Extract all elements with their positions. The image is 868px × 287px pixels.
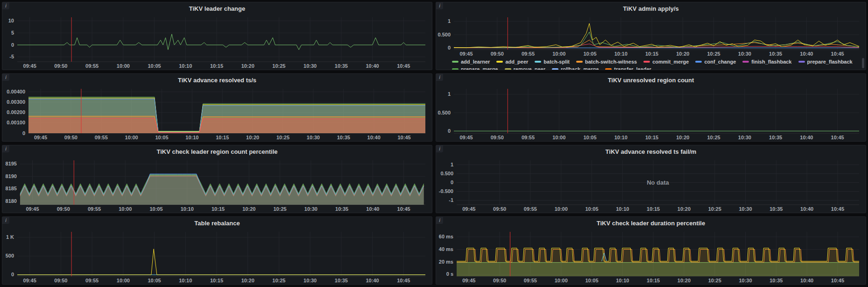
y-axis-tick-label: 0.00400 — [7, 89, 25, 94]
panel-title[interactable]: TiKV unresolved region count — [436, 74, 866, 85]
x-axis-tick-label: 09:50 — [491, 51, 504, 57]
legend-item-label: conf_change — [704, 58, 736, 65]
panel-title[interactable]: TiKV check leader duration percentile — [436, 217, 866, 228]
info-glyph: i — [5, 3, 6, 8]
x-axis-tick-label: 10:10 — [185, 135, 198, 140]
chart-tikv-leader-change[interactable]: 09:4509:5009:5510:0010:0510:1010:1510:20… — [2, 14, 432, 70]
panel-info-icon[interactable]: i — [436, 145, 443, 152]
x-axis-tick-label: 10:25 — [272, 63, 285, 69]
panel-tikv-admin-apply: i TiKV admin apply/s 09:4509:5009:5510:0… — [436, 2, 866, 70]
y-axis-tick-label: 60 ms — [439, 234, 453, 239]
x-axis-tick-label: 10:30 — [738, 51, 751, 57]
x-axis-tick-label: 10:45 — [397, 206, 410, 212]
legend-item-batch-switch-witness[interactable]: batch-switch-witness — [576, 58, 637, 65]
x-axis-tick-label: 10:45 — [397, 63, 410, 69]
y-axis-tick-label: 0.00200 — [7, 109, 25, 115]
legend-color-mark — [452, 68, 459, 70]
x-axis-tick-label: 09:45 — [462, 206, 475, 212]
legend-item-add_peer[interactable]: add_peer — [496, 58, 528, 65]
legend-item-label: add_peer — [505, 58, 528, 65]
panel-title[interactable]: TiKV admin apply/s — [436, 2, 866, 14]
x-axis-tick-label: 10:20 — [246, 135, 259, 140]
x-axis-tick-label: 10:20 — [241, 63, 254, 69]
panel-info-icon[interactable]: i — [2, 217, 9, 224]
info-glyph: i — [5, 75, 6, 80]
x-axis-tick-label: 10:00 — [552, 135, 565, 140]
x-axis-tick-label: 10:15 — [210, 278, 223, 283]
x-axis-tick-label: 10:35 — [769, 135, 782, 140]
legend-item-commit_merge[interactable]: commit_merge — [643, 58, 689, 65]
y-axis-tick-label: 1 — [448, 91, 451, 97]
info-glyph: i — [439, 146, 440, 151]
panel-info-icon[interactable]: i — [2, 74, 9, 81]
chart-tikv-unresolved-region-count[interactable]: 09:4509:5009:5510:0010:0510:1010:1510:20… — [436, 85, 866, 141]
panel-info-icon[interactable]: i — [436, 2, 443, 9]
y-axis-tick-label: 40 ms — [439, 246, 453, 252]
x-axis-tick-label: 10:30 — [739, 206, 752, 212]
y-axis-tick-label: -5 — [9, 54, 14, 59]
legend-item-add_learner[interactable]: add_learner — [452, 58, 490, 65]
legend-item-label: prepare_merge — [461, 66, 498, 70]
chart-canvas: 09:4509:5009:5510:0010:0510:1010:1510:20… — [436, 14, 866, 57]
chart-tikv-admin-apply[interactable]: 09:4509:5009:5510:0010:0510:1010:1510:20… — [436, 14, 866, 70]
series-line-add_peer — [454, 23, 859, 48]
info-glyph: i — [5, 218, 6, 223]
x-axis-tick-label: 10:05 — [583, 135, 596, 140]
y-axis-tick-label: -1 — [449, 197, 453, 203]
x-axis-tick-label: 10:45 — [831, 206, 844, 212]
panel-info-icon[interactable]: i — [2, 145, 9, 152]
y-axis-tick-label: 20 ms — [439, 259, 453, 265]
legend-item-prepare_merge[interactable]: prepare_merge — [452, 66, 498, 70]
legend-scrollbar[interactable] — [862, 58, 864, 68]
x-axis-tick-label: 10:00 — [555, 206, 568, 212]
x-axis-tick-label: 10:25 — [274, 206, 287, 212]
y-axis-tick-label: -0.500 — [439, 188, 453, 194]
x-axis-tick-label: 10:35 — [335, 278, 348, 283]
chart-tikv-advance-resolved-ts[interactable]: 09:4509:5009:5510:0010:0510:1010:1510:20… — [2, 85, 432, 141]
x-axis-tick-label: 10:35 — [769, 51, 782, 57]
legend-item-label: transfer_leader — [614, 66, 651, 70]
x-axis-tick-label: 10:35 — [335, 206, 348, 212]
x-axis-tick-label: 10:05 — [149, 206, 162, 212]
x-axis-tick-label: 10:25 — [276, 135, 289, 140]
x-axis-tick-label: 09:50 — [493, 278, 506, 283]
legend-item-prepare_flashback[interactable]: prepare_flashback — [798, 58, 853, 65]
panel-tikv-check-leader-region-count-percentile: i TiKV check leader region count percent… — [2, 145, 432, 213]
legend-item-conf_change[interactable]: conf_change — [695, 58, 736, 65]
x-axis-tick-label: 09:50 — [54, 278, 67, 283]
legend-item-remove_peer[interactable]: remove_peer — [505, 66, 546, 70]
panel-title[interactable]: TiKV advance resolved ts/s — [2, 74, 432, 85]
x-axis-tick-label: 10:15 — [210, 63, 223, 69]
chart-canvas: 09:4509:5009:5510:0010:0510:1010:1510:20… — [436, 157, 866, 213]
panel-info-icon[interactable]: i — [436, 74, 443, 81]
y-axis-tick-label: 0.500 — [440, 171, 453, 176]
legend-color-mark — [798, 61, 805, 63]
chart-tikv-check-leader-region-count-percentile[interactable]: 09:4509:5009:5510:0010:0510:1010:1510:20… — [2, 157, 432, 213]
dashboard-grid: i TiKV leader change 09:4509:5009:5510:0… — [0, 0, 868, 287]
panel-title[interactable]: Table rebalance — [2, 217, 432, 228]
chart-legend: add_learneradd_peerbatch-splitbatch-swit… — [440, 58, 859, 70]
chart-table-rebalance[interactable]: 09:4509:5009:5510:0010:0510:1010:1510:20… — [2, 228, 432, 284]
y-axis-tick-label: 0 — [448, 128, 451, 134]
panel-info-icon[interactable]: i — [2, 2, 9, 9]
y-axis-tick-label: 8195 — [6, 161, 17, 166]
legend-item-rollback_merge[interactable]: rollback_merge — [552, 66, 599, 70]
x-axis-tick-label: 10:40 — [366, 63, 379, 69]
x-axis-tick-label: 10:40 — [800, 206, 813, 212]
legend-item-finish_flashback[interactable]: finish_flashback — [742, 58, 791, 65]
x-axis-tick-label: 10:30 — [307, 135, 320, 140]
x-axis-tick-label: 10:30 — [738, 135, 751, 140]
y-axis-tick-label: 1 — [448, 18, 451, 24]
x-axis-tick-label: 10:10 — [614, 135, 628, 140]
legend-item-label: batch-switch-witness — [585, 58, 637, 65]
legend-item-transfer_leader[interactable]: transfer_leader — [605, 66, 651, 70]
x-axis-tick-label: 09:55 — [522, 51, 535, 57]
panel-info-icon[interactable]: i — [436, 217, 443, 224]
chart-tikv-check-leader-duration-percentile[interactable]: 09:4509:5009:5510:0010:0510:1010:1510:20… — [436, 228, 866, 284]
panel-title[interactable]: TiKV advance resolved ts fail/m — [436, 145, 866, 157]
panel-title[interactable]: TiKV leader change — [2, 2, 432, 14]
panel-tikv-advance-resolved-ts-fail: i TiKV advance resolved ts fail/m 09:450… — [436, 145, 866, 213]
panel-title[interactable]: TiKV check leader region count percentil… — [2, 145, 432, 157]
legend-item-batch-split[interactable]: batch-split — [535, 58, 570, 65]
chart-tikv-advance-resolved-ts-fail[interactable]: 09:4509:5009:5510:0010:0510:1010:1510:20… — [436, 157, 866, 213]
